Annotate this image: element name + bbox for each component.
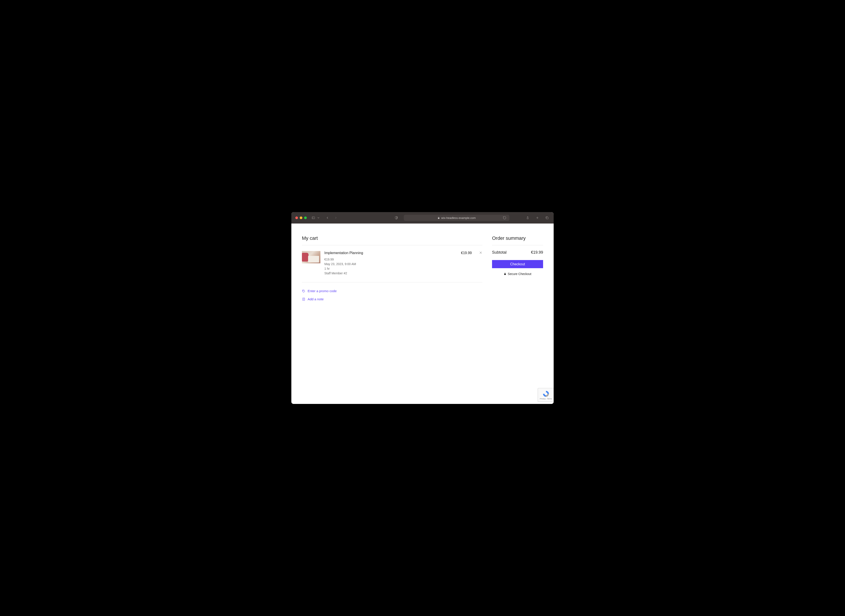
subtotal-row: Subtotal €19.99 (492, 245, 543, 260)
privacy-shield-icon[interactable] (394, 215, 399, 220)
titlebar: wix-headless-example.com (291, 212, 554, 223)
close-icon (479, 251, 483, 254)
note-icon (302, 298, 305, 301)
cart-item-datetime: May 23, 2023, 9:00 AM (324, 262, 450, 266)
remove-item-button[interactable] (476, 251, 483, 255)
reload-icon[interactable] (502, 215, 507, 220)
browser-window: wix-headless-example.com My cart Im (291, 212, 554, 404)
back-button-icon[interactable] (325, 215, 330, 220)
cart-item-name: Implementation Planning (324, 251, 450, 255)
summary-title: Order summary (492, 235, 543, 245)
forward-button-icon[interactable] (333, 215, 339, 220)
svg-rect-4 (546, 217, 549, 219)
page-content: My cart Implementation Planning €19.99 M… (291, 223, 554, 404)
fullscreen-window-button[interactable] (304, 217, 307, 219)
add-note-label: Add a note (308, 297, 324, 301)
share-icon[interactable] (525, 215, 530, 220)
cart-action-links: Enter a promo code Add a note (302, 289, 483, 301)
summary-column: Order summary Subtotal €19.99 Checkout S… (492, 235, 543, 395)
cart-title: My cart (302, 235, 483, 245)
sidebar-toggle-icon[interactable] (311, 215, 316, 220)
cart-item-row: Implementation Planning €19.99 May 23, 2… (302, 245, 483, 283)
window-traffic-lights (295, 217, 307, 219)
recaptcha-footer-text: Privacy - Terms (540, 398, 552, 400)
address-bar[interactable]: wix-headless-example.com (404, 215, 509, 221)
cart-item-info: Implementation Planning €19.99 May 23, 2… (324, 251, 450, 276)
minimize-window-button[interactable] (300, 217, 302, 219)
cart-item-duration: 1 hr (324, 266, 450, 271)
cart-item-meta: €19.99 May 23, 2023, 9:00 AM 1 hr Staff … (324, 257, 450, 276)
lock-icon (504, 272, 506, 276)
tag-icon (302, 289, 305, 293)
cart-item-line-price: €19.99 (454, 251, 472, 255)
svg-point-7 (303, 290, 304, 290)
secure-checkout-label: Secure Checkout (508, 272, 531, 276)
cart-item-staff: Staff Member #2 (324, 271, 450, 276)
sidebar-dropdown-icon[interactable] (317, 215, 320, 220)
tab-overview-icon[interactable] (544, 215, 550, 220)
svg-rect-0 (312, 217, 315, 219)
promo-code-label: Enter a promo code (308, 289, 337, 293)
add-note-link[interactable]: Add a note (302, 297, 483, 301)
close-window-button[interactable] (295, 217, 298, 219)
recaptcha-icon (543, 390, 549, 397)
promo-code-link[interactable]: Enter a promo code (302, 289, 483, 293)
address-bar-url: wix-headless-example.com (441, 216, 476, 220)
recaptcha-badge[interactable]: Privacy - Terms (538, 388, 554, 402)
checkout-button[interactable]: Checkout (492, 260, 543, 268)
cart-column: My cart Implementation Planning €19.99 M… (302, 235, 483, 395)
secure-checkout-row: Secure Checkout (492, 272, 543, 276)
cart-item-thumbnail (302, 251, 320, 263)
subtotal-label: Subtotal (492, 250, 506, 255)
subtotal-value: €19.99 (531, 250, 543, 255)
cart-item-unit-price: €19.99 (324, 257, 450, 262)
lock-icon (437, 217, 440, 219)
new-tab-icon[interactable] (535, 215, 540, 220)
